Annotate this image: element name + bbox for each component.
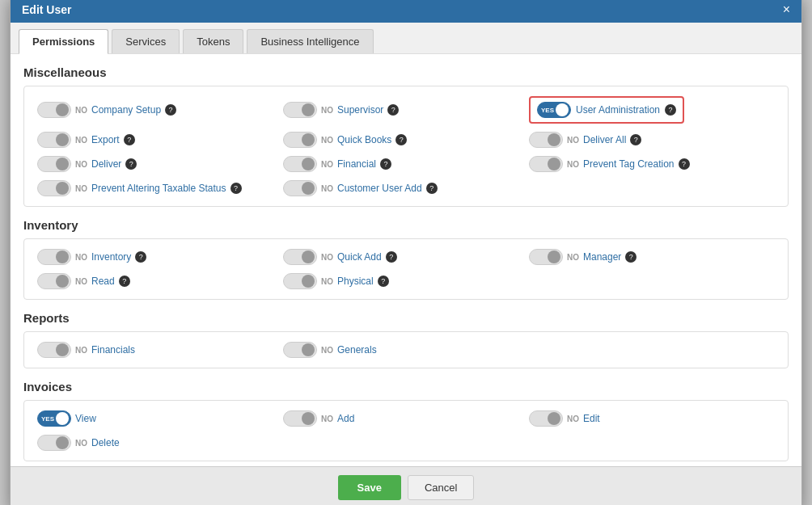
modal-footer: Save Cancel bbox=[11, 466, 801, 505]
toggle-company-setup[interactable] bbox=[37, 102, 71, 118]
toggle-manager[interactable] bbox=[529, 249, 563, 265]
perm-quick-add: NO Quick Add ? bbox=[283, 249, 529, 265]
invoices-title: Invoices bbox=[23, 380, 789, 393]
perm-manager: NO Manager ? bbox=[529, 249, 775, 265]
help-read[interactable]: ? bbox=[119, 276, 130, 287]
help-user-admin[interactable]: ? bbox=[665, 104, 676, 116]
perm-export: NO Export ? bbox=[37, 132, 283, 148]
perm-supervisor: NO Supervisor ? bbox=[283, 96, 529, 124]
toggle-prevent-altering[interactable] bbox=[37, 180, 71, 196]
help-supervisor[interactable]: ? bbox=[387, 104, 399, 116]
perm-prevent-tag-creation: NO Prevent Tag Creation ? bbox=[529, 156, 775, 172]
help-deliver-all[interactable]: ? bbox=[630, 134, 641, 145]
toggle-financials[interactable] bbox=[37, 342, 71, 358]
help-physical[interactable]: ? bbox=[378, 276, 389, 287]
miscellaneous-box: NO Company Setup ? NO Supervisor ? YES bbox=[23, 86, 789, 207]
toggle-deliver[interactable] bbox=[37, 156, 71, 172]
help-quickbooks[interactable]: ? bbox=[395, 134, 407, 145]
help-financial[interactable]: ? bbox=[380, 158, 391, 170]
tab-services[interactable]: Services bbox=[112, 29, 180, 53]
toggle-read[interactable] bbox=[37, 273, 71, 289]
perm-physical: NO Physical ? bbox=[283, 273, 529, 289]
user-admin-highlight: YES User Administration ? bbox=[529, 96, 684, 124]
toggle-export[interactable] bbox=[37, 132, 71, 148]
tab-business-intelligence[interactable]: Business Intelligence bbox=[247, 29, 373, 53]
perm-inventory: NO Inventory ? bbox=[37, 249, 283, 265]
tab-permissions[interactable]: Permissions bbox=[19, 29, 108, 54]
invoices-box: YES View NO Add NO Edit bbox=[23, 400, 789, 461]
perm-add: NO Add bbox=[283, 410, 529, 427]
toggle-financial[interactable] bbox=[283, 156, 317, 172]
perm-financials: NO Financials bbox=[37, 342, 283, 358]
perm-view: YES View bbox=[37, 410, 283, 427]
help-customer-user-add[interactable]: ? bbox=[426, 183, 438, 194]
modal-title: Edit User bbox=[22, 3, 71, 16]
perm-prevent-altering: NO Prevent Altering Taxable Status ? bbox=[37, 180, 283, 196]
toggle-quick-add[interactable] bbox=[283, 249, 317, 265]
help-manager[interactable]: ? bbox=[625, 251, 636, 263]
help-quick-add[interactable]: ? bbox=[386, 251, 397, 263]
edit-user-modal: Edit User × Permissions Services Tokens … bbox=[10, 0, 802, 505]
toggle-customer-user-add[interactable] bbox=[283, 180, 317, 196]
help-export[interactable]: ? bbox=[124, 134, 135, 145]
modal-body: Miscellaneous NO Company Setup ? NO Supe… bbox=[11, 54, 801, 466]
toggle-user-admin[interactable]: YES bbox=[537, 102, 571, 118]
toggle-delete[interactable] bbox=[37, 435, 71, 451]
toggle-inventory[interactable] bbox=[37, 249, 71, 265]
toggle-add[interactable] bbox=[283, 410, 317, 427]
help-deliver[interactable]: ? bbox=[125, 158, 137, 170]
perm-edit: NO Edit bbox=[529, 410, 775, 427]
close-button[interactable]: × bbox=[783, 3, 790, 16]
reports-box: NO Financials NO Generals bbox=[23, 331, 789, 368]
toggle-view[interactable]: YES bbox=[37, 410, 71, 427]
help-company-setup[interactable]: ? bbox=[165, 104, 176, 116]
miscellaneous-title: Miscellaneous bbox=[23, 65, 789, 79]
help-prevent-tag-creation[interactable]: ? bbox=[679, 158, 690, 170]
tab-tokens[interactable]: Tokens bbox=[183, 29, 243, 53]
toggle-generals[interactable] bbox=[283, 342, 317, 358]
inventory-box: NO Inventory ? NO Quick Add ? NO Manager… bbox=[23, 238, 789, 300]
perm-delete: NO Delete bbox=[37, 435, 283, 451]
modal-header: Edit User × bbox=[11, 0, 801, 23]
toggle-physical[interactable] bbox=[283, 273, 317, 289]
perm-deliver: NO Deliver ? bbox=[37, 156, 283, 172]
perm-read: NO Read ? bbox=[37, 273, 283, 289]
perm-user-administration: YES User Administration ? bbox=[529, 96, 775, 124]
perm-financial: NO Financial ? bbox=[283, 156, 529, 172]
perm-quickbooks: NO Quick Books ? bbox=[283, 132, 529, 148]
perm-deliver-all: NO Deliver All ? bbox=[529, 132, 775, 148]
cancel-button[interactable]: Cancel bbox=[408, 475, 474, 500]
help-prevent-altering[interactable]: ? bbox=[230, 183, 242, 194]
save-button[interactable]: Save bbox=[338, 475, 401, 500]
toggle-edit[interactable] bbox=[529, 410, 563, 427]
tab-bar: Permissions Services Tokens Business Int… bbox=[11, 23, 801, 54]
reports-title: Reports bbox=[23, 311, 789, 325]
help-inventory[interactable]: ? bbox=[135, 251, 146, 263]
toggle-deliver-all[interactable] bbox=[529, 132, 563, 148]
inventory-title: Inventory bbox=[23, 218, 789, 232]
perm-company-setup: NO Company Setup ? bbox=[37, 96, 283, 124]
perm-generals: NO Generals bbox=[283, 342, 529, 358]
toggle-quickbooks[interactable] bbox=[283, 132, 317, 148]
perm-customer-user-add: NO Customer User Add ? bbox=[283, 180, 529, 196]
toggle-prevent-tag-creation[interactable] bbox=[529, 156, 563, 172]
toggle-supervisor[interactable] bbox=[283, 102, 317, 118]
